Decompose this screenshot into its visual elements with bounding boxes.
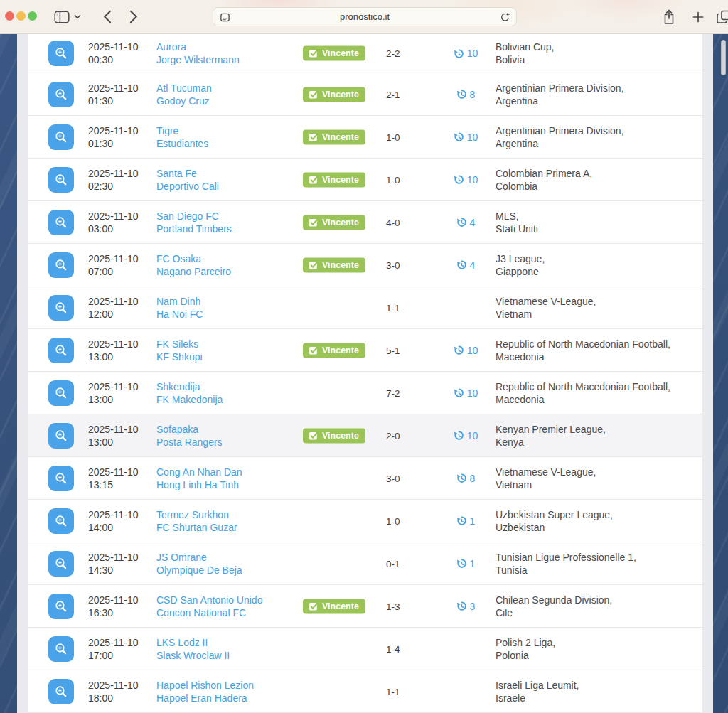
home-team-link[interactable]: Termez Surkhon — [156, 508, 237, 521]
home-team-link[interactable]: JS Omrane — [156, 551, 242, 564]
home-team-link[interactable]: LKS Lodz II — [156, 636, 230, 649]
home-team-link[interactable]: Aurora — [156, 41, 240, 53]
history-icon — [454, 387, 464, 398]
match-teams: JS Omrane Olympique De Beja — [156, 551, 242, 577]
home-team-link[interactable]: Atl Tucuman — [156, 82, 212, 95]
away-team-link[interactable]: FK Makedonija — [156, 393, 223, 406]
match-detail-button[interactable] — [48, 41, 74, 66]
match-date: 2025-11-10 — [88, 423, 139, 436]
reload-button[interactable] — [500, 12, 510, 26]
match-detail-button[interactable] — [48, 594, 74, 619]
away-team-link[interactable]: Concon National FC — [156, 606, 262, 619]
home-team-link[interactable]: Nam Dinh — [156, 295, 203, 308]
away-team-link[interactable]: Slask Wroclaw II — [156, 649, 230, 662]
home-team-link[interactable]: Santa Fe — [156, 167, 219, 180]
chevron-left-icon — [103, 10, 112, 23]
history-count[interactable]: 4 — [456, 217, 476, 228]
home-team-link[interactable]: San Diego FC — [156, 210, 232, 223]
home-team-link[interactable]: FK Sileks — [156, 338, 203, 350]
home-team-link[interactable]: FC Osaka — [156, 252, 231, 265]
away-team-link[interactable]: Nagano Parceiro — [156, 265, 231, 278]
history-count[interactable]: 10 — [454, 48, 478, 59]
competition: Tunisian Ligue Professionelle 1, Tunisia — [496, 551, 692, 577]
history-column: 10 — [437, 48, 494, 59]
website-settings-icon[interactable] — [220, 12, 230, 26]
history-count[interactable]: 3 — [456, 601, 476, 612]
address-bar[interactable]: pronostico.it — [213, 7, 517, 26]
match-detail-button[interactable] — [48, 679, 74, 704]
away-team-link[interactable]: Hong Linh Ha Tinh — [156, 478, 242, 491]
share-button[interactable] — [663, 9, 675, 25]
home-team-link[interactable]: Sofapaka — [156, 423, 223, 436]
match-detail-button[interactable] — [48, 124, 74, 150]
home-team-link[interactable]: Shkendija — [156, 380, 223, 393]
prediction-result — [303, 300, 328, 315]
match-detail-button[interactable] — [48, 338, 74, 363]
away-team-link[interactable]: Olympique De Beja — [156, 564, 242, 577]
away-team-link[interactable]: Estudiantes — [156, 137, 208, 150]
match-teams: Tigre Estudiantes — [156, 124, 208, 150]
match-detail-button[interactable] — [48, 167, 74, 193]
new-tab-button[interactable] — [692, 11, 704, 23]
match-score: 1-0 — [386, 132, 400, 142]
predictions-table: 2025-11-10 00:30 Aurora Jorge Wilsterman… — [28, 34, 702, 713]
away-team-link[interactable]: Godoy Cruz — [156, 95, 212, 107]
home-team-link[interactable]: Hapoel Rishon Lezion — [156, 679, 254, 692]
match-detail-button[interactable] — [48, 82, 74, 107]
match-detail-button[interactable] — [48, 466, 74, 491]
back-button[interactable] — [103, 10, 112, 23]
home-team-link[interactable]: Tigre — [156, 124, 208, 137]
magnifier-zoom-in-icon — [53, 428, 69, 444]
away-team-link[interactable]: Portland Timbers — [156, 223, 232, 235]
prediction-result: Vincente — [303, 215, 365, 230]
match-date: 2025-11-10 — [88, 41, 139, 53]
match-detail-button[interactable] — [48, 508, 74, 534]
away-team-link[interactable]: FC Shurtan Guzar — [156, 521, 237, 534]
tab-overview-button[interactable] — [717, 10, 728, 24]
away-team-link[interactable]: KF Shkupi — [156, 350, 203, 363]
match-row: 2025-11-10 16:30 CSD San Antonio Unido C… — [28, 585, 702, 628]
away-team-link[interactable]: Hapoel Eran Hadera — [156, 692, 254, 704]
match-detail-button[interactable] — [48, 636, 74, 662]
history-count[interactable]: 10 — [454, 430, 478, 441]
history-count[interactable]: 10 — [454, 132, 478, 143]
competition: Vietnamese V-League, Vietnam — [496, 466, 692, 491]
match-date: 2025-11-10 — [88, 380, 139, 393]
forward-button[interactable] — [129, 10, 138, 23]
match-detail-button[interactable] — [48, 210, 74, 235]
away-team-link[interactable]: Ha Noi FC — [156, 308, 203, 321]
match-detail-button[interactable] — [48, 551, 74, 577]
history-count[interactable]: 1 — [456, 558, 476, 569]
history-count[interactable]: 10 — [454, 387, 478, 399]
match-time: 13:00 — [88, 436, 139, 449]
history-count[interactable]: 8 — [456, 89, 476, 100]
history-column: 3 — [437, 601, 494, 612]
history-count[interactable]: 4 — [456, 259, 476, 271]
match-detail-button[interactable] — [48, 252, 74, 278]
scrollbar-thumb[interactable] — [721, 40, 726, 75]
history-column — [437, 302, 494, 313]
zoom-window-button[interactable] — [28, 11, 37, 21]
away-team-link[interactable]: Posta Rangers — [156, 436, 223, 449]
close-window-button[interactable] — [5, 11, 14, 21]
history-count[interactable]: 8 — [456, 473, 476, 484]
match-detail-button[interactable] — [48, 423, 74, 449]
sidebar-menu-chevron[interactable] — [74, 14, 81, 19]
match-detail-button[interactable] — [48, 380, 74, 406]
home-team-link[interactable]: CSD San Antonio Unido — [156, 594, 262, 606]
sidebar-toggle-button[interactable] — [54, 11, 70, 23]
vincente-badge: Vincente — [303, 46, 365, 61]
league-name: Vietnamese V-League, — [496, 295, 692, 308]
history-count[interactable]: 10 — [454, 345, 478, 356]
history-count[interactable]: 1 — [456, 515, 476, 527]
away-team-link[interactable]: Jorge Wilstermann — [156, 53, 240, 66]
history-count[interactable]: 10 — [454, 174, 478, 186]
match-detail-button[interactable] — [48, 295, 74, 321]
match-date: 2025-11-10 — [88, 82, 139, 95]
match-row: 2025-11-10 02:30 Santa Fe Deportivo Cali… — [28, 159, 702, 201]
history-icon — [456, 601, 467, 611]
home-team-link[interactable]: Cong An Nhan Dan — [156, 466, 242, 478]
minimize-window-button[interactable] — [16, 11, 26, 21]
away-team-link[interactable]: Deportivo Cali — [156, 180, 219, 193]
prediction-result: Vincente — [303, 46, 365, 61]
